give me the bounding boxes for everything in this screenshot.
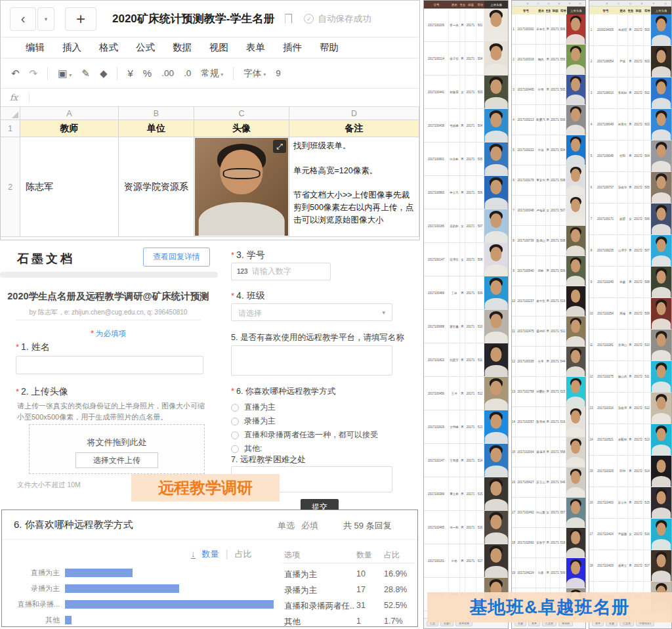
roster-row[interactable]: 2017100389夏立桥男20171515 <box>424 477 508 511</box>
student-photo[interactable] <box>484 9 508 41</box>
student-photo[interactable] <box>566 256 585 286</box>
bar[interactable] <box>65 616 72 624</box>
q6-option-0[interactable]: 直播为主 <box>231 402 276 413</box>
roster-row[interactable]: 102017102237崔中岳男20171519 <box>512 286 585 316</box>
student-photo[interactable] <box>651 550 671 581</box>
download-icon[interactable]: ↓ <box>191 550 196 559</box>
roster-row[interactable]: 62017100178董安北男20171508 <box>512 165 585 196</box>
roster-row[interactable]: 2017100151方弛男20171517 <box>424 544 508 578</box>
student-photo[interactable] <box>566 558 585 588</box>
roster-row[interactable]: 22017100318梅杰男20171556 <box>512 45 585 75</box>
student-photo[interactable] <box>566 437 585 467</box>
roster-row[interactable]: 52017109045世阳男20172504 <box>589 141 671 172</box>
roster-row[interactable]: 42017108049林育生男20172603 <box>589 109 671 141</box>
cell-teacher-photo[interactable]: ⤢ <box>194 137 289 237</box>
student-photo[interactable] <box>651 519 671 550</box>
roster-row[interactable]: 2017100214侯子恒男20171504 <box>424 42 508 76</box>
roster-row[interactable]: 132017102758胡鹏松男20171515 <box>512 377 585 407</box>
toggle-count[interactable]: 数量 <box>202 548 219 560</box>
roster-row[interactable]: 2017100147应泽欣女20171508 <box>424 243 508 276</box>
roster-row[interactable]: 182017110429谢君立男20172517 <box>589 550 671 582</box>
currency-format-button[interactable]: ¥ <box>127 68 133 79</box>
font-size-select[interactable]: 9 <box>276 68 281 78</box>
student-photo[interactable] <box>566 347 585 376</box>
roster-row[interactable]: 42017100213欧鹏飞男20171506 <box>512 105 585 135</box>
menu-item-1[interactable]: 插入 <box>62 41 81 54</box>
student-photo[interactable] <box>651 141 671 171</box>
student-photo[interactable] <box>484 243 508 276</box>
roster-row[interactable]: 82017109235山泽宇男20172507 <box>589 235 671 267</box>
student-photo[interactable] <box>484 276 508 309</box>
student-id-input[interactable]: 123 请输入数字 <box>231 263 331 280</box>
decimal-increase-button[interactable]: .00 <box>161 68 174 78</box>
decimal-decrease-button[interactable]: .0 <box>184 68 191 78</box>
roster-row[interactable]: 2017100860牛云凡男20171506 <box>424 176 508 209</box>
roster-row[interactable]: 172017102462白山鹭女20171557 <box>512 498 585 528</box>
student-photo[interactable] <box>484 410 508 443</box>
file-dropzone[interactable]: 将文件拖到此处 选择文件上传 <box>29 424 205 474</box>
student-photo[interactable] <box>566 498 585 527</box>
roster-row[interactable]: 32017108010李相如男20172502 <box>589 77 671 109</box>
student-photo[interactable] <box>566 377 585 406</box>
roster-row[interactable]: 12016104005张成钰男20172503 <box>589 14 671 46</box>
roster-row[interactable]: 2017102147王铭康男20171514 <box>424 444 508 477</box>
menu-item-2[interactable]: 格式 <box>99 41 118 54</box>
roster-row[interactable]: 112017110281贺远山男20172510 <box>589 330 671 361</box>
student-photo[interactable] <box>484 142 508 175</box>
student-photo[interactable] <box>651 456 671 487</box>
paste-icon[interactable]: ▣▾ <box>58 68 72 79</box>
student-photo[interactable] <box>484 109 508 142</box>
roster-row[interactable]: 142017102057陈嘉林男20171516 <box>512 407 585 437</box>
student-photo[interactable] <box>651 424 671 455</box>
percent-format-button[interactable]: % <box>143 68 152 79</box>
student-photo[interactable] <box>484 511 508 544</box>
roster-row[interactable]: 122017110275杨山杰男20172511 <box>589 361 671 393</box>
student-photo[interactable] <box>566 226 585 255</box>
eraser-icon[interactable]: ◆ <box>100 68 108 79</box>
roster-row[interactable]: 2017100186吴韵如女20171507 <box>424 209 508 243</box>
student-photo[interactable] <box>651 172 671 203</box>
radio-icon[interactable] <box>231 431 239 439</box>
roster-row[interactable]: 82017100736陈远山男20171508 <box>512 226 585 256</box>
teacher-photo[interactable]: ⤢ <box>195 138 288 236</box>
undo-icon[interactable]: ↶ <box>11 68 20 79</box>
student-photo[interactable] <box>484 76 508 108</box>
student-photo[interactable] <box>566 105 585 135</box>
student-photo[interactable] <box>651 109 671 140</box>
student-photo[interactable] <box>651 361 671 392</box>
menu-item-4[interactable]: 数据 <box>173 41 192 54</box>
student-photo[interactable] <box>484 377 508 410</box>
roster-row[interactable]: 2017102465张一航男20171516 <box>424 511 508 544</box>
student-photo[interactable] <box>651 235 671 266</box>
sheet-header-cell-1[interactable]: 单位 <box>119 120 194 137</box>
student-photo[interactable] <box>651 204 671 234</box>
bookmark-icon[interactable] <box>285 14 292 24</box>
roster-row[interactable]: 32017100465许铭男20171505 <box>512 75 585 105</box>
name-input[interactable] <box>16 356 203 374</box>
student-photo[interactable] <box>566 528 585 557</box>
radio-icon[interactable] <box>231 445 239 453</box>
choose-file-button[interactable]: 选择文件上传 <box>75 452 158 468</box>
student-photo[interactable] <box>566 196 585 225</box>
row-header-2[interactable]: 2 <box>1 137 20 237</box>
student-photo[interactable] <box>566 316 585 346</box>
student-photo[interactable] <box>566 135 585 165</box>
column-header-C[interactable]: C <box>194 107 289 120</box>
roster-row[interactable]: 2017100801白舟帆男20171505 <box>424 142 508 176</box>
roster-row[interactable]: 72017100348卢海蓝女20171507 <box>512 196 585 226</box>
platform-textarea[interactable] <box>231 345 392 376</box>
roster-row[interactable]: 162017110403苏云长男20172515 <box>589 487 671 519</box>
menu-item-5[interactable]: 视图 <box>209 41 228 54</box>
formula-bar[interactable]: fx <box>1 89 419 107</box>
roster-row[interactable]: 172017110424尹丽雅女20172516 <box>589 519 671 550</box>
roster-row[interactable]: 72017109171赵婷女20172506 <box>589 204 671 235</box>
bar[interactable] <box>65 584 179 593</box>
column-header-A[interactable]: A <box>20 107 119 120</box>
student-photo[interactable] <box>651 487 671 518</box>
roster-row[interactable]: 182017102692安留宇男20171518 <box>512 528 585 558</box>
sheet-header-cell-2[interactable]: 头像 <box>194 120 289 137</box>
number-format-select[interactable]: 常规▾ <box>201 68 223 79</box>
menu-item-7[interactable]: 插件 <box>283 41 302 54</box>
roster-row[interactable]: 162017105427苏玉山男20171546 <box>512 467 585 498</box>
student-photo[interactable] <box>484 544 508 577</box>
